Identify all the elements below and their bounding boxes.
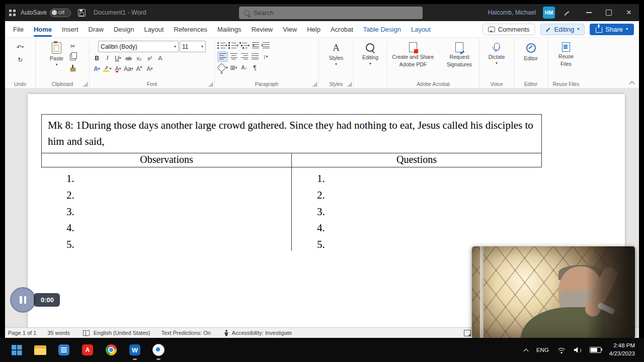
editing-mode-button[interactable]: Editing▾: [540, 24, 585, 35]
superscript-button[interactable]: x²: [145, 53, 154, 63]
styles-dialog-launcher-icon[interactable]: [347, 82, 352, 86]
minimize-button[interactable]: [579, 4, 599, 21]
paragraph-dialog-launcher-icon[interactable]: [312, 82, 317, 86]
tab-draw[interactable]: Draw: [84, 21, 109, 37]
clear-formatting-button[interactable]: A: [155, 53, 165, 63]
questions-list[interactable]: 1. 2. 3. 4. 5.: [292, 170, 542, 253]
tab-table-layout[interactable]: Layout: [406, 21, 436, 37]
font-color-button[interactable]: A▾: [113, 64, 123, 73]
increase-indent-button[interactable]: [261, 41, 271, 50]
tab-review[interactable]: Review: [247, 21, 278, 37]
list-item[interactable]: 4.: [292, 220, 542, 236]
strikethrough-button[interactable]: ab: [124, 53, 133, 63]
notes-app-button[interactable]: [57, 343, 70, 356]
battery-icon[interactable]: [590, 347, 601, 353]
align-center-button[interactable]: [229, 52, 238, 61]
tab-file[interactable]: File: [8, 21, 29, 37]
tab-table-design[interactable]: Table Design: [358, 21, 406, 37]
word-count[interactable]: 35 words: [47, 330, 70, 336]
cut-button[interactable]: ✂: [68, 41, 77, 51]
format-painter-button[interactable]: [68, 63, 77, 73]
clipboard-dialog-launcher-icon[interactable]: [83, 82, 88, 86]
font-size-combobox[interactable]: 11 ▾: [180, 41, 206, 52]
avatar[interactable]: HM: [543, 7, 555, 19]
list-item[interactable]: 3.: [292, 204, 542, 220]
save-icon[interactable]: [78, 9, 86, 17]
tab-design[interactable]: Design: [109, 21, 139, 37]
acrobat-button[interactable]: A: [81, 343, 94, 356]
numbering-button[interactable]: ▾: [228, 41, 238, 50]
list-item[interactable]: 3.: [41, 204, 291, 220]
observations-list[interactable]: 1. 2. 3. 4. 5.: [41, 170, 291, 253]
proofing-icon[interactable]: [83, 330, 90, 335]
tray-overflow-icon[interactable]: [524, 348, 528, 352]
language-badge[interactable]: ENG: [536, 347, 549, 353]
justify-button[interactable]: [250, 52, 260, 61]
clock[interactable]: 2:48 PM 4/23/2023: [609, 342, 635, 357]
decrease-indent-button[interactable]: [251, 41, 260, 50]
copy-button[interactable]: [68, 52, 77, 62]
list-item[interactable]: 4.: [41, 220, 291, 236]
word-taskbar-button[interactable]: W: [128, 343, 141, 356]
change-case-button[interactable]: Aa▾: [124, 64, 133, 73]
tab-acrobat[interactable]: Acrobat: [326, 21, 358, 37]
list-item[interactable]: 1.: [292, 170, 542, 187]
pause-button[interactable]: [10, 287, 36, 313]
list-item[interactable]: 1.: [41, 170, 291, 187]
dictate-button[interactable]: Dictate ▾: [486, 40, 508, 67]
borders-button[interactable]: ⊞▾: [229, 63, 238, 72]
tab-references[interactable]: References: [169, 21, 212, 37]
shading-button[interactable]: ▾: [217, 63, 228, 72]
tab-layout[interactable]: Layout: [139, 21, 169, 37]
grow-font-button[interactable]: A▴: [134, 64, 144, 73]
questions-header-cell[interactable]: Questions: [292, 153, 541, 167]
bullets-button[interactable]: ▾: [217, 41, 227, 50]
tab-insert[interactable]: Insert: [57, 21, 84, 37]
focus-mode-icon[interactable]: [464, 330, 471, 336]
list-item[interactable]: 5.: [41, 236, 291, 253]
chrome-button[interactable]: [105, 343, 118, 356]
paste-button[interactable]: Paste ▾: [47, 40, 66, 73]
tab-home[interactable]: Home: [29, 21, 57, 37]
request-signatures-button[interactable]: Request Signatures: [441, 40, 478, 69]
create-share-pdf-button[interactable]: Create and Share Adobe PDF: [388, 40, 438, 69]
search-box[interactable]: Search: [239, 7, 423, 19]
styles-button[interactable]: A Styles ▾: [327, 40, 346, 68]
user-name[interactable]: Halcomb, Michael: [488, 9, 536, 16]
align-right-button[interactable]: [239, 52, 249, 61]
underline-button[interactable]: U▾: [113, 53, 123, 63]
repeat-button[interactable]: ↻: [16, 55, 25, 64]
text-effects-button[interactable]: A▾: [92, 64, 102, 73]
page-indicator[interactable]: Page 1 of 1: [8, 330, 36, 336]
file-explorer-button[interactable]: [34, 343, 47, 356]
line-spacing-button[interactable]: ↕▾: [261, 52, 270, 61]
shrink-font-button[interactable]: A▾: [145, 64, 154, 73]
font-name-combobox[interactable]: Calibri (Body) ▾: [98, 41, 179, 52]
italic-button[interactable]: I: [103, 53, 112, 63]
bold-button[interactable]: B: [92, 53, 102, 63]
maximize-button[interactable]: [599, 4, 619, 21]
show-hide-pilcrow-button[interactable]: ¶: [250, 63, 260, 72]
autosave-toggle[interactable]: AutoSave Off: [21, 9, 71, 17]
collapse-ribbon-icon[interactable]: [629, 80, 634, 85]
start-button[interactable]: [10, 343, 23, 356]
comments-button[interactable]: Comments: [482, 24, 535, 35]
close-button[interactable]: ×: [619, 4, 639, 21]
wifi-icon[interactable]: [557, 347, 566, 353]
font-dialog-launcher-icon[interactable]: [208, 82, 213, 86]
reuse-files-button[interactable]: Reuse Files: [556, 40, 576, 69]
tab-mailings[interactable]: Mailings: [212, 21, 247, 37]
sort-button[interactable]: A↓: [239, 63, 249, 72]
multilevel-list-button[interactable]: ▾: [239, 41, 250, 50]
undo-button[interactable]: ↶▾: [16, 42, 25, 52]
tab-help[interactable]: Help: [302, 21, 326, 37]
observations-header-cell[interactable]: Observations: [42, 153, 292, 167]
align-left-button[interactable]: [217, 51, 228, 62]
volume-icon[interactable]: [574, 347, 582, 353]
tab-view[interactable]: View: [278, 21, 302, 37]
text-predictions[interactable]: Text Predictions: On: [161, 330, 210, 336]
editor-button[interactable]: Editor: [521, 40, 540, 63]
share-button[interactable]: Share▾: [590, 24, 634, 35]
office-app-icon[interactable]: [9, 10, 16, 16]
list-item[interactable]: 2.: [292, 187, 542, 204]
